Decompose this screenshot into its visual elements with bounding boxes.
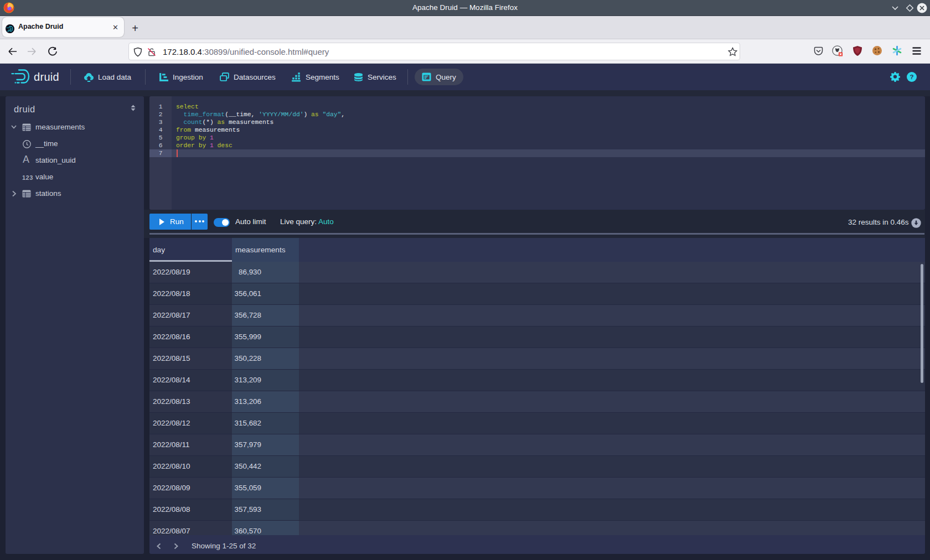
svg-text:?: ?	[910, 74, 913, 80]
